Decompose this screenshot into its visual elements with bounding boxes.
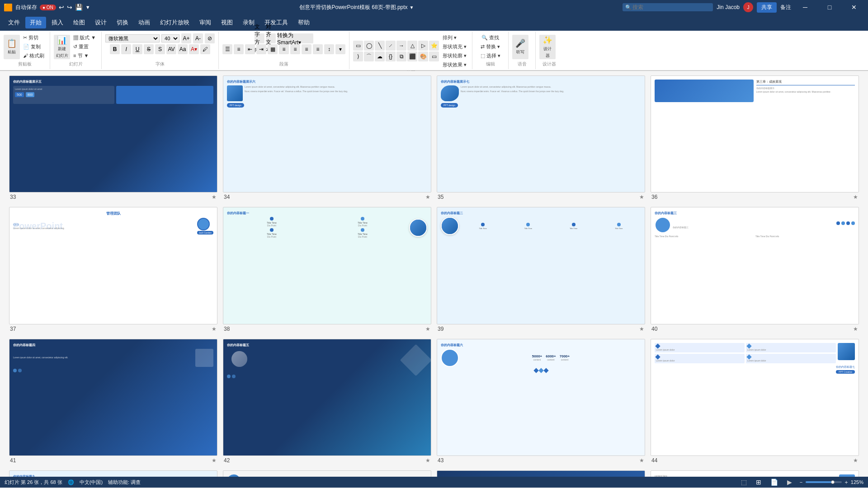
shape-11[interactable]: ☁: [375, 52, 385, 61]
slide-thumb-34[interactable]: 你的内容标题展示六 Lorem ipsum dolor sit amet, co…: [223, 75, 431, 192]
undo-btn[interactable]: ↩: [59, 4, 64, 11]
zoom-out-btn[interactable]: －: [798, 479, 804, 486]
designer-btn[interactable]: ✨ 设计 器: [539, 35, 556, 59]
restore-btn[interactable]: □: [819, 0, 840, 14]
decrease-indent-btn[interactable]: ⇤: [245, 44, 255, 54]
menu-file[interactable]: 文件: [4, 17, 24, 28]
font-color-btn[interactable]: A▾: [189, 44, 199, 54]
slide-thumb-36[interactable]: 第三章：成效展现 你的内容标题展示 Lorem ipsum dolor sit …: [651, 75, 859, 192]
shape-12[interactable]: {}: [386, 52, 396, 61]
quick-access-icon[interactable]: ▼: [85, 5, 90, 10]
slide-thumb-40[interactable]: 你的内容标题三 你的内容标题三: [651, 207, 859, 324]
slide-thumb-33[interactable]: 你的内容标题展示五 Lorem ipsum dolor sit amet 500…: [9, 75, 217, 192]
slide-thumb-43[interactable]: 你的内容标题六 5000+ content 6000+: [437, 339, 645, 456]
menu-help[interactable]: 帮助: [293, 17, 314, 28]
dropdown-arrow[interactable]: ▼: [410, 5, 414, 10]
highlight-btn[interactable]: 🖊: [200, 44, 210, 54]
new-slide-btn[interactable]: 📊 新建 幻灯片: [54, 35, 70, 59]
slide-item-40[interactable]: 你的内容标题三 你的内容标题三: [651, 207, 859, 333]
spacing-btn[interactable]: AV: [166, 44, 176, 54]
slide-thumb-39[interactable]: 你的内容标题二 Title Time: [437, 207, 645, 324]
shape-fill-dropdown[interactable]: 形状填充 ▾: [441, 42, 468, 51]
menu-animate[interactable]: 动画: [134, 17, 155, 28]
save-icon[interactable]: 💾: [75, 4, 83, 11]
menu-insert[interactable]: 插入: [47, 17, 68, 28]
select-btn[interactable]: ⬚ 选择 ▾: [479, 52, 502, 60]
slide-item-39[interactable]: 你的内容标题二 Title Time: [437, 207, 645, 333]
cut-btn[interactable]: ✂ 剪切: [21, 34, 46, 42]
slide-thumb-38[interactable]: 你的内容标题一 Title Time Dis Point: [223, 207, 431, 324]
align-text-btn[interactable]: 对齐文本▾: [266, 33, 276, 43]
slide-thumb-46[interactable]: Lorem ipsum dolor sit amet: [223, 470, 431, 477]
slide-thumb-37[interactable]: 管理团队 CEO Lorem ipsum dolor sit amet, con…: [9, 207, 217, 324]
shape-outline-btn[interactable]: ▭: [429, 52, 439, 61]
close-btn[interactable]: ✕: [844, 0, 864, 14]
comment-label[interactable]: 备注: [780, 4, 791, 11]
slide-item-43[interactable]: 你的内容标题六 5000+ content 6000+: [437, 339, 645, 465]
slide-item-38[interactable]: 你的内容标题一 Title Time Dis Point: [223, 207, 431, 333]
arrange-dropdown[interactable]: 排列 ▾: [441, 33, 468, 42]
quick-styles-btn[interactable]: ⬛: [407, 52, 417, 61]
menu-design[interactable]: 设计: [90, 17, 111, 28]
slide-thumb-48[interactable]: content here: [651, 470, 859, 477]
normal-view-btn[interactable]: ⬚: [738, 478, 750, 487]
font-family-select[interactable]: 微软雅黑: [105, 34, 160, 42]
line-spacing-btn[interactable]: ↕: [324, 44, 334, 54]
align-right-btn[interactable]: ≡: [302, 44, 311, 54]
shape-5[interactable]: →: [396, 41, 406, 51]
italic-btn[interactable]: I: [121, 44, 131, 54]
font-size-select[interactable]: 40: [161, 34, 179, 42]
slide-item-42[interactable]: 你的内容标题五 42 ★: [223, 339, 431, 465]
slide-item-47[interactable]: 📍 位置图标 47 ★: [437, 470, 645, 477]
autosave-toggle[interactable]: ● ON: [40, 5, 56, 10]
copy-btn[interactable]: 📄 复制: [21, 43, 46, 51]
arrange-btn[interactable]: ⧉: [396, 52, 406, 61]
underline-btn[interactable]: U: [132, 44, 142, 54]
reset-btn[interactable]: ↺ 重置: [71, 43, 98, 51]
layout-btn[interactable]: ▦ 版式 ▼: [71, 34, 98, 42]
menu-view[interactable]: 视图: [217, 17, 237, 28]
smartart-btn[interactable]: 转换为SmartArt▾: [277, 33, 313, 43]
paste-btn[interactable]: 📋 粘贴: [4, 35, 20, 59]
shape-1[interactable]: ▭: [353, 41, 363, 51]
slide-thumb-47[interactable]: 📍 位置图标: [437, 470, 645, 477]
slide-item-34[interactable]: 你的内容标题展示六 Lorem ipsum dolor sit amet, co…: [223, 75, 431, 202]
increase-indent-btn[interactable]: ⇥: [256, 44, 266, 54]
redo-btn[interactable]: ↪: [67, 4, 72, 11]
menu-home[interactable]: 开始: [25, 17, 46, 28]
menu-slideshow[interactable]: 幻灯片放映: [156, 17, 194, 28]
zoom-in-btn[interactable]: ＋: [844, 479, 849, 486]
shape-outline-dropdown[interactable]: 形状轮廓 ▾: [441, 52, 468, 60]
shape-effects-dropdown[interactable]: 形状效果 ▾: [441, 61, 468, 69]
menu-review[interactable]: 审阅: [195, 17, 216, 28]
slide-item-44[interactable]: Lorem ipsum dolor Lorem ipsum dolor Lore…: [651, 339, 859, 465]
clear-format-btn[interactable]: ⊘: [205, 33, 215, 43]
slide-item-33[interactable]: 你的内容标题展示五 Lorem ipsum dolor sit amet 500…: [9, 75, 217, 202]
shape-8[interactable]: ⭐: [429, 41, 439, 51]
menu-draw[interactable]: 绘图: [69, 17, 90, 28]
shape-6[interactable]: △: [407, 41, 417, 51]
voice-btn[interactable]: 🎤 听写: [512, 35, 528, 59]
reading-view-btn[interactable]: 📄: [768, 478, 781, 487]
shadow-btn[interactable]: S: [155, 44, 165, 54]
shape-10[interactable]: ⌒: [364, 52, 374, 61]
justify-btn[interactable]: ≡: [313, 44, 323, 54]
align-center-btn[interactable]: ≡: [290, 44, 300, 54]
slide-thumb-42[interactable]: 你的内容标题五: [223, 339, 431, 456]
slide-item-37[interactable]: 管理团队 CEO Lorem ipsum dolor sit amet, con…: [9, 207, 217, 333]
slide-item-41[interactable]: 你的内容标题四 Lorem ipsum dolor sit amet, cons…: [9, 339, 217, 465]
more-para-btn[interactable]: ▾: [335, 44, 345, 54]
menu-devtools[interactable]: 开发工具: [260, 17, 292, 28]
replace-btn[interactable]: ⇄ 替换 ▾: [479, 42, 502, 51]
format-painter-btn[interactable]: 🖌 格式刷: [21, 52, 46, 60]
menu-transition[interactable]: 切换: [112, 17, 133, 28]
shape-4[interactable]: ⟋: [386, 41, 396, 51]
strikethrough-btn[interactable]: S: [144, 44, 154, 54]
slide-item-45[interactable]: 你的内容标题九 Lorem ipsum dolor sit amet 45 ★: [9, 470, 217, 477]
shape-9[interactable]: ⟩: [353, 52, 363, 61]
font-dec-btn[interactable]: A-: [193, 33, 203, 43]
slide-thumb-44[interactable]: Lorem ipsum dolor Lorem ipsum dolor Lore…: [651, 339, 859, 456]
slide-item-35[interactable]: 你的内容标题展示七 Lorem ipsum dolor sit amet, co…: [437, 75, 645, 202]
slide-item-46[interactable]: Lorem ipsum dolor sit amet 46 ★: [223, 470, 431, 477]
slide-thumb-45[interactable]: 你的内容标题九 Lorem ipsum dolor sit amet: [9, 470, 217, 477]
